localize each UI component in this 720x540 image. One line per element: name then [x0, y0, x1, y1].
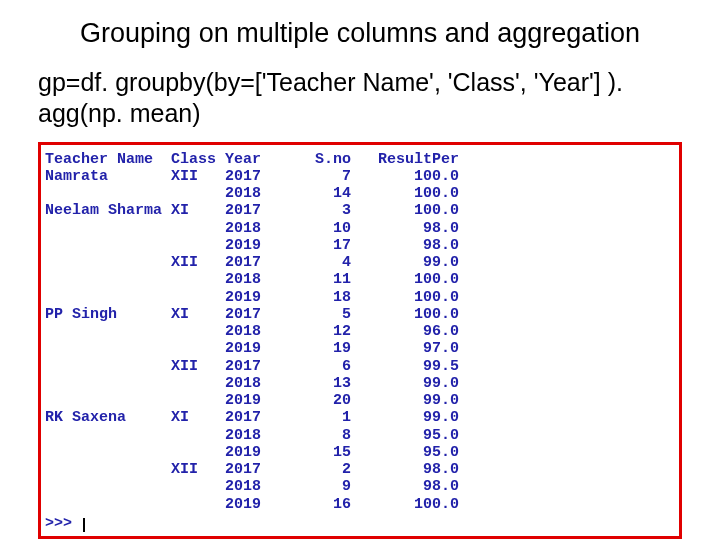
- cursor-icon: [83, 518, 85, 532]
- page-title: Grouping on multiple columns and aggrega…: [30, 18, 690, 49]
- terminal-output: Teacher Name Class Year S.no ResultPer N…: [45, 151, 675, 513]
- python-prompt: >>>: [45, 515, 675, 532]
- terminal-output-frame: Teacher Name Class Year S.no ResultPer N…: [38, 142, 682, 539]
- code-line-2: agg(np. mean): [38, 99, 201, 127]
- code-snippet: gp=df. groupby(by=['Teacher Name', 'Clas…: [38, 67, 690, 130]
- code-line-1: gp=df. groupby(by=['Teacher Name', 'Clas…: [38, 68, 623, 96]
